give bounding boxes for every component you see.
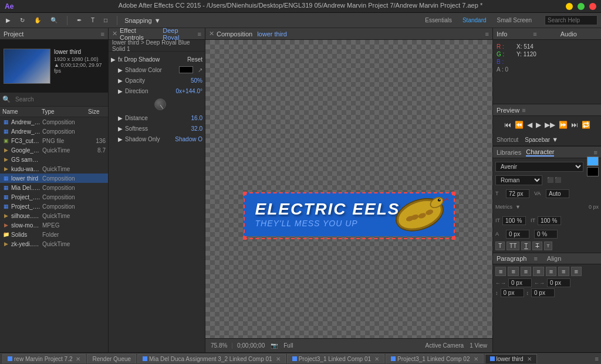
project-item-1[interactable]: ▦ Andrew_...t 7.2 Composition [0,127,108,136]
space-before-input[interactable] [501,288,524,297]
search-input[interactable] [545,15,597,25]
project-search-input[interactable] [13,95,106,104]
minimize-btn[interactable] [566,3,573,10]
prev-step-back[interactable]: ⏪ [515,121,524,129]
tab-project72[interactable]: rew Marvin Project 7.2 ✕ [2,354,86,363]
scale-h-input[interactable] [502,216,526,225]
close-btn[interactable] [589,3,596,10]
project-item-3[interactable]: ▶ Google_....mov QuickTime 8.7 [0,145,108,155]
tool-pan[interactable]: ✋ [32,16,43,25]
comp-panel-menu[interactable]: ≡ [485,30,489,38]
tool-text[interactable]: T [89,16,97,25]
zoom-level[interactable]: 75.8% [209,342,229,349]
tool-pen[interactable]: ✒ [75,16,84,25]
workspace-small-screen[interactable]: Small Screen [494,16,535,25]
project-item-7[interactable]: ▦ Mia Del...p 01 Composition [0,183,108,192]
workspace-essentials[interactable]: Essentials [421,16,455,25]
project-item-6[interactable]: ▦ lower third Composition [0,174,108,183]
project-item-10[interactable]: ▶ silhoue...mp4 QuickTime [0,211,108,220]
project-menu-icon[interactable]: ≡ [101,30,104,38]
view-select[interactable]: Active Camera [424,342,466,349]
style-tsup[interactable]: T [495,241,505,250]
project-item-0[interactable]: ▦ Andrew_...p 01 Composition [0,117,108,127]
timecode-display[interactable]: 0;00;00;00 [235,342,266,349]
tool-rotate[interactable]: ↻ [18,16,27,25]
workspace-standard[interactable]: Standard [459,16,490,25]
justify-left[interactable]: ≡ [533,267,543,276]
comp-name: lower third [257,30,287,38]
char-panel-menu[interactable]: ≡ [594,149,597,156]
project-item-2[interactable]: ▣ FC3_cut...l.png PNG file 136 [0,136,108,145]
style-tsub[interactable]: T [544,241,553,250]
composition-panel: ✕ Composition lower third ≡ ELECTRIC EEL… [205,28,492,352]
project-item-11[interactable]: ▶ slow-mo...p4 MPEG [0,220,108,230]
prev-play-fwd[interactable]: ▶▶ [545,121,555,129]
prev-loop[interactable]: 🔁 [582,121,590,129]
justify-all[interactable]: ≡ [571,267,582,276]
style-tunder[interactable]: T [521,241,531,250]
tab-lower-third[interactable]: lower third ✕ [485,354,537,363]
distance-value[interactable]: 16.0 [191,115,202,121]
font-style-select[interactable]: Roman [495,175,542,185]
direction-dial[interactable] [154,98,166,110]
effect-panel-close[interactable]: ✕ [112,30,117,38]
space-after-input[interactable] [531,288,555,297]
prev-to-start[interactable]: ⏮ [504,121,511,129]
comp-canvas[interactable]: ELECTRIC EELS THEY'LL MESS YOU UP [205,40,492,338]
tool-shape[interactable]: □ [102,16,110,25]
effect-panel-menu[interactable]: ≡ [198,30,201,38]
maximize-btn[interactable] [578,3,585,10]
prev-play[interactable]: ▶ [536,121,541,129]
prev-step-fwd[interactable]: ⏩ [559,121,568,129]
align-center[interactable]: ≡ [508,267,518,276]
tool-select[interactable]: ▶ [4,16,13,25]
margin-left-input[interactable] [508,278,532,287]
tab-project31-02[interactable]: Project3_1 Linked Comp 02 ✕ [386,354,483,363]
style-tstrike[interactable]: T [532,241,542,250]
shadow-only-value[interactable]: Shadow O [175,136,202,142]
softness-value[interactable]: 32.0 [191,125,202,132]
font-family-select[interactable]: Avenir [495,162,583,172]
views-count[interactable]: 1 View [468,342,489,349]
effect-reset[interactable]: Reset [187,56,202,63]
tool-zoom[interactable]: 🔍 [48,16,60,25]
tsup-input[interactable] [534,230,558,239]
info-panel-menu[interactable]: ≡ [533,30,536,38]
font-size-input[interactable] [506,189,529,198]
direction-value[interactable]: 0x+144.0° [176,88,202,94]
quality-select[interactable]: Full [282,342,295,349]
justify-center[interactable]: ≡ [546,267,556,276]
opacity-value[interactable]: 50% [191,77,202,84]
kerning-input[interactable] [546,189,569,198]
project-item-8[interactable]: ▦ Project_...p 01 Composition [0,192,108,202]
project-item-9[interactable]: ▦ Project_...p 02 Composition [0,202,108,211]
stroke-color-swatch[interactable] [587,167,599,176]
align-left[interactable]: ≡ [495,267,506,276]
tab-render-queue[interactable]: Render Queue [87,354,136,363]
align-right[interactable]: ≡ [521,267,531,276]
prev-play-back[interactable]: ◀ [527,121,532,129]
justify-right[interactable]: ≡ [558,267,569,276]
para-panel-menu[interactable]: ≡ [534,255,537,262]
tab-mia[interactable]: Mia Del Duca Assignment 3_2 Linked Comp … [137,354,286,363]
metrics-label: Metrics [495,204,513,210]
project-item-12[interactable]: 📁 Solids Folder [0,230,108,239]
shortcut-dropdown[interactable]: Spacebar ▼ [525,136,558,143]
character-tab[interactable]: Character [526,148,554,157]
style-tall[interactable]: TT [507,241,519,250]
text-color-swatch[interactable] [587,157,599,166]
shadow-color-swatch[interactable] [179,66,193,73]
project-item-4[interactable]: ▶ GS samp...mov [0,155,108,164]
project-item-13[interactable]: ▶ zk-yedi...mp4 QuickTime [0,239,108,249]
baseline-input[interactable] [506,230,529,239]
tab-project31-01[interactable]: Project3_1 Linked Comp 01 ✕ [287,354,384,363]
scale-v-input[interactable] [538,216,561,225]
timeline-menu[interactable]: ≡ [595,355,599,362]
comp-panel-close[interactable]: ✕ [209,30,214,38]
project-item-5[interactable]: ▶ kudu-wa...p4 QuickTime [0,164,108,174]
libraries-tab[interactable]: Libraries [497,149,521,156]
prev-to-end[interactable]: ⏭ [571,121,578,129]
effect-expand[interactable]: ▶ [111,56,116,63]
preview-panel-menu[interactable]: ≡ [522,107,525,114]
margin-right-input[interactable] [547,278,570,287]
